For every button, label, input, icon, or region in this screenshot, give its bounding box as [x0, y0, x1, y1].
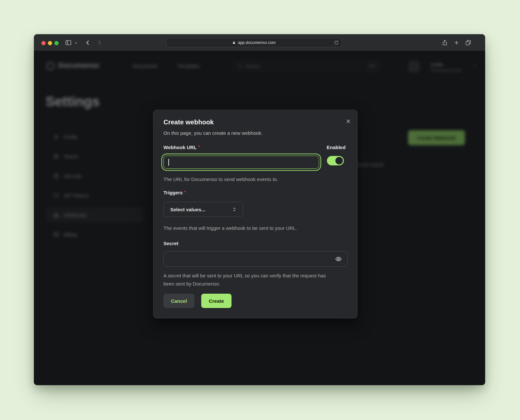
create-button[interactable]: Create — [201, 294, 232, 308]
webhook-url-input[interactable] — [163, 156, 319, 169]
toggle-knob — [335, 157, 343, 164]
triggers-select-value: Select values... — [170, 207, 205, 212]
text-caret — [168, 159, 169, 166]
zoom-window-button[interactable] — [54, 41, 59, 45]
triggers-label: Triggers* — [163, 190, 186, 196]
address-bar[interactable]: app.documenso.com — [166, 38, 342, 47]
close-icon[interactable] — [344, 117, 352, 125]
eye-icon[interactable] — [334, 255, 343, 263]
reload-icon[interactable] — [334, 40, 339, 46]
lock-icon — [232, 41, 236, 45]
secret-input[interactable] — [163, 251, 348, 267]
new-tab-icon[interactable] — [454, 40, 459, 46]
secret-label: Secret — [163, 241, 178, 246]
browser-toolbar: app.documenso.com — [34, 34, 485, 51]
cancel-button[interactable]: Cancel — [163, 294, 194, 308]
back-icon[interactable] — [84, 39, 91, 46]
browser-window: app.documenso.com — [34, 34, 485, 385]
toolbar-chevron-down-icon[interactable] — [74, 41, 78, 45]
modal-title: Create webhook — [163, 119, 214, 126]
triggers-select[interactable]: Select values... — [163, 202, 243, 217]
minimize-window-button[interactable] — [48, 41, 52, 45]
secret-helper: A secret that will be sent to your URL s… — [163, 272, 333, 288]
required-asterisk: * — [184, 190, 186, 195]
forward-icon[interactable] — [96, 39, 103, 46]
enabled-toggle[interactable] — [327, 156, 344, 165]
triggers-helper: The events that will trigger a webhook t… — [163, 225, 297, 231]
select-chevrons-icon — [232, 207, 237, 212]
modal-description: On this page, you can create a new webho… — [163, 130, 262, 136]
tabs-icon[interactable] — [465, 39, 471, 46]
share-icon[interactable] — [442, 39, 448, 46]
webhook-url-label: Webhook URL* — [163, 145, 200, 150]
close-window-button[interactable] — [41, 41, 46, 45]
address-text: app.documenso.com — [238, 40, 275, 45]
create-webhook-modal: Create webhook On this page, you can cre… — [153, 110, 358, 318]
sidebar-toggle-icon[interactable] — [65, 39, 72, 46]
required-asterisk: * — [198, 145, 200, 150]
enabled-label: Enabled — [327, 145, 345, 150]
webhook-url-helper: The URL for Documenso to send webhook ev… — [163, 176, 278, 182]
